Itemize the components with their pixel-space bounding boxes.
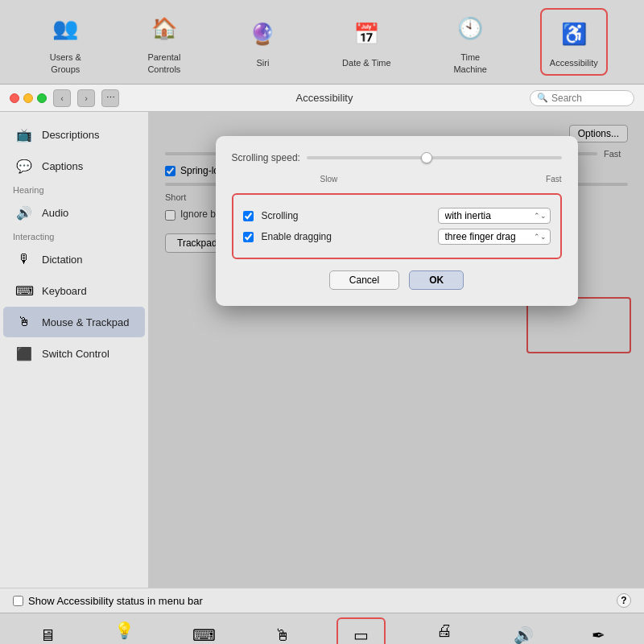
ok-button[interactable]: OK [409,270,464,290]
toolbar-label-siri: Siri [257,57,270,68]
back-button[interactable]: ‹ [53,89,71,107]
sidebar-icon-audio: 🔊 [13,201,35,224]
sidebar-section-interacting-section: Interacting [0,229,148,243]
traffic-lights [10,93,47,103]
modal-speed-label: Scrolling speed: [232,152,300,163]
toolbar-item-time-machine[interactable]: 🕙 TimeMachine [441,2,499,81]
toolbar-label-time-machine: TimeMachine [453,52,487,75]
dragging-select[interactable]: three finger dragwith drag lockwithout d… [438,229,551,245]
sidebar-icon-mouse-trackpad: 🖱 [13,311,35,333]
dock-icon-sound: 🔊 [511,622,537,644]
dock-icon-displays: 🖥 [35,622,60,644]
grid-button[interactable]: ⋯ [101,89,119,107]
toolbar-label-accessibility: Accessibility [550,57,598,68]
dock-item-sound[interactable]: 🔊 Sound [503,617,545,644]
modal-button-row: Cancel OK [232,270,562,290]
sidebar-item-descriptions[interactable]: 📺 Descriptions [3,119,145,150]
sidebar-item-mouse-trackpad[interactable]: 🖱 Mouse & Trackpad [3,307,145,337]
toolbar-label-parental-controls: ParentalControls [147,52,180,75]
scrolling-select-wrapper: with inertiawithout inertia [438,208,551,224]
toolbar-item-accessibility[interactable]: ♿ Accessibility [540,8,608,75]
dock-icon-energy-saver: 💡 [112,617,138,643]
dock-icon-printers-scanners: 🖨 [431,617,457,643]
sidebar-item-switch-control[interactable]: ⬛ Switch Control [3,338,145,369]
enable-dragging-label: Enable dragging [262,231,430,242]
modal-slow-fast-labels: Slow Fast [232,175,562,184]
toolbar-icon-siri: 🔮 [243,14,282,53]
dock-icon-keyboard: ⌨ [191,622,217,644]
dock-icon-mouse: 🖱 [270,622,295,644]
toolbar-item-date-time[interactable]: 📅 Date & Time [332,8,401,75]
dock-item-energy-saver[interactable]: 💡 EnergySaver [104,613,146,644]
toolbar-label-users-groups: Users &Groups [50,52,81,75]
maximize-button[interactable] [37,93,47,103]
sidebar-label-dictation: Dictation [42,254,83,266]
forward-button[interactable]: › [77,89,95,107]
sidebar: 📺 Descriptions 💬 Captions Hearing 🔊 Audi… [0,112,149,588]
dock-item-printers-scanners[interactable]: 🖨 Printers &Scanners [419,613,470,644]
sidebar-icon-captions: 💬 [13,155,35,177]
toolbar-icon-date-time: 📅 [347,14,386,53]
sidebar-item-audio[interactable]: 🔊 Audio [3,197,145,228]
toolbar-icon-time-machine: 🕙 [451,9,489,47]
main-content: 📺 Descriptions 💬 Captions Hearing 🔊 Audi… [0,112,644,588]
toolbar-item-siri[interactable]: 🔮 Siri [233,8,291,75]
dock-item-displays[interactable]: 🖥 Displays [24,617,71,644]
dock-item-mouse[interactable]: 🖱 Mouse [262,617,303,644]
modal-fast-label: Fast [546,175,561,184]
sidebar-label-descriptions: Descriptions [42,129,100,141]
scrolling-row: Scrolling with inertiawithout inertia [243,208,551,224]
sidebar-label-captions: Captions [42,160,83,172]
dock-icon-trackpad: ▭ [349,622,374,644]
scrolling-label: Scrolling [262,210,430,221]
dragging-select-wrapper: three finger dragwith drag lockwithout d… [438,229,551,245]
bottom-dock: 🖥 Displays 💡 EnergySaver ⌨ Keyboard 🖱 Mo… [0,613,644,644]
enable-dragging-row: Enable dragging three finger dragwith dr… [243,229,551,245]
toolbar-icon-users-groups: 👥 [46,9,85,47]
sidebar-section-hearing-section: Hearing [0,182,148,196]
search-box: 🔍 [530,90,634,106]
modal-speed-slider[interactable] [307,156,562,159]
sidebar-icon-keyboard: ⌨ [13,279,35,302]
help-button[interactable]: ? [617,593,631,608]
modal-options-section: Scrolling with inertiawithout inertia En… [232,193,562,259]
sidebar-icon-descriptions: 📺 [13,123,35,146]
search-input[interactable] [551,93,627,104]
modal-dialog: Scrolling speed: Slow Fast Scrolling [216,136,578,306]
sidebar-label-keyboard: Keyboard [42,285,87,297]
right-panel: Options... Fast Spring-loading delay: Sh… [149,112,644,588]
dock-item-trackpad[interactable]: ▭ Trackpad [336,617,386,644]
toolbar-label-date-time: Date & Time [342,57,391,68]
window-title: Accessibility [126,92,523,104]
toolbar-item-users-groups[interactable]: 👥 Users &Groups [36,2,94,81]
toolbar-item-parental-controls[interactable]: 🏠 ParentalControls [135,2,193,81]
search-icon: 🔍 [537,93,548,103]
toolbar-icon-accessibility: ♿ [555,14,593,53]
bottom-bar: Show Accessibility status in menu bar ? [0,588,644,613]
modal-speed-row: Scrolling speed: [232,152,562,163]
dock-icon-ink: ✒ [586,622,612,644]
minimize-button[interactable] [23,93,33,103]
cancel-button[interactable]: Cancel [329,270,399,290]
sidebar-icon-switch-control: ⬛ [13,342,35,365]
sidebar-label-mouse-trackpad: Mouse & Trackpad [42,316,129,328]
window-chrome: ‹ › ⋯ Accessibility 🔍 [0,85,644,112]
dock-item-ink[interactable]: ✒ Ink [578,617,620,644]
close-button[interactable] [10,93,19,103]
enable-dragging-checkbox[interactable] [243,232,254,242]
sidebar-item-dictation[interactable]: 🎙 Dictation [3,244,145,275]
top-toolbar: 👥 Users &Groups 🏠 ParentalControls 🔮 Sir… [0,0,644,85]
show-accessibility-label: Show Accessibility status in menu bar [28,595,203,607]
show-accessibility-checkbox[interactable] [13,596,23,606]
sidebar-item-captions[interactable]: 💬 Captions [3,151,145,181]
scrolling-select[interactable]: with inertiawithout inertia [438,208,551,224]
sidebar-label-switch-control: Switch Control [42,348,109,360]
sidebar-label-audio: Audio [42,207,68,219]
scrolling-checkbox[interactable] [243,211,254,221]
toolbar-icon-parental-controls: 🏠 [145,9,184,47]
sidebar-icon-dictation: 🎙 [13,248,35,270]
modal-overlay: Scrolling speed: Slow Fast Scrolling [149,112,644,588]
modal-slow-label: Slow [320,175,338,184]
dock-item-keyboard[interactable]: ⌨ Keyboard [179,617,229,644]
sidebar-item-keyboard[interactable]: ⌨ Keyboard [3,275,145,306]
